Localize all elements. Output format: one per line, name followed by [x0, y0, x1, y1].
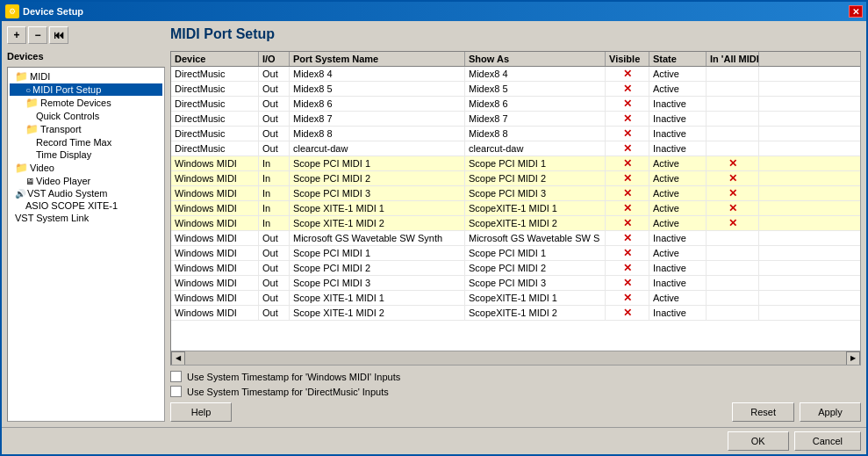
add-button[interactable]: +	[7, 26, 26, 44]
table-row[interactable]: Windows MIDIOutScope PCI MIDI 3Scope PCI…	[171, 276, 860, 291]
table-cell: Inactive	[649, 112, 707, 126]
x-icon[interactable]: ✕	[623, 157, 632, 170]
apply-button[interactable]: Apply	[800, 402, 861, 422]
sidebar-item-asio-scope[interactable]: ASIO SCOPE XITE-1	[10, 199, 162, 212]
sidebar-item-video-player[interactable]: 🖥 Video Player	[10, 175, 162, 187]
table-row[interactable]: DirectMusicOutMidex8 5Midex8 5✕Active	[171, 82, 860, 97]
table-cell: Midex8 8	[290, 127, 465, 141]
help-button[interactable]: Help	[170, 402, 232, 422]
sidebar-item-remote-devices[interactable]: 📁 Remote Devices	[10, 96, 162, 110]
table-cell: ✕	[707, 171, 759, 185]
reset-button[interactable]: Reset	[732, 402, 794, 422]
table-cell: ✕	[606, 261, 649, 275]
checkbox-windows-midi[interactable]	[170, 371, 182, 382]
x-icon[interactable]: ✕	[623, 142, 632, 155]
x-icon[interactable]: ✕	[728, 217, 737, 229]
x-icon[interactable]: ✕	[623, 83, 632, 95]
remove-button[interactable]: −	[28, 26, 47, 44]
table-cell: Out	[259, 112, 290, 126]
x-icon[interactable]: ✕	[623, 262, 632, 274]
sidebar-item-vst-system-link[interactable]: VST System Link	[10, 212, 162, 224]
table-cell: In	[259, 201, 290, 215]
horizontal-scrollbar[interactable]: ◀ ▶	[171, 351, 860, 365]
x-icon[interactable]: ✕	[623, 292, 632, 304]
x-icon[interactable]: ✕	[623, 172, 632, 185]
close-button[interactable]: ✕	[849, 5, 863, 18]
scroll-left-arrow[interactable]: ◀	[171, 351, 185, 366]
table-row[interactable]: DirectMusicOutMidex8 6Midex8 6✕Inactive	[171, 97, 860, 112]
table-cell: Scope PCI MIDI 2	[290, 171, 465, 185]
sidebar-item-midi-port-setup[interactable]: ○ MIDI Port Setup	[10, 83, 162, 96]
sidebar-item-quick-controls[interactable]: Quick Controls	[10, 110, 162, 122]
sidebar-item-midi[interactable]: 📁 MIDI	[10, 69, 162, 83]
x-icon[interactable]: ✕	[623, 98, 632, 110]
table-cell: Midex8 5	[465, 82, 606, 96]
table-row[interactable]: Windows MIDIInScope XITE-1 MIDI 2ScopeXI…	[171, 216, 860, 231]
table-row[interactable]: DirectMusicOutMidex8 8Midex8 8✕Inactive	[171, 127, 860, 141]
x-icon[interactable]: ✕	[623, 68, 632, 80]
table-cell: Scope XITE-1 MIDI 1	[290, 291, 465, 305]
table-row[interactable]: Windows MIDIOutScope PCI MIDI 2Scope PCI…	[171, 261, 860, 276]
x-icon[interactable]: ✕	[623, 232, 632, 244]
x-icon[interactable]: ✕	[623, 217, 632, 229]
table-row[interactable]: Windows MIDIOutScope XITE-1 MIDI 1ScopeX…	[171, 291, 860, 306]
table-cell	[707, 112, 759, 126]
table-row[interactable]: DirectMusicOutMidex8 4Midex8 4✕Active	[171, 67, 860, 82]
table-row[interactable]: Windows MIDIInScope PCI MIDI 2Scope PCI …	[171, 171, 860, 186]
table-cell	[707, 82, 759, 96]
scroll-right-arrow[interactable]: ▶	[846, 351, 860, 366]
sidebar-item-record-time-max[interactable]: Record Time Max	[10, 136, 162, 148]
x-icon[interactable]: ✕	[728, 157, 737, 170]
table-cell: ScopeXITE-1 MIDI 1	[465, 291, 606, 305]
x-icon[interactable]: ✕	[623, 307, 632, 319]
table-cell: Windows MIDI	[171, 231, 259, 245]
x-icon[interactable]: ✕	[623, 202, 632, 214]
checkbox-direct-music-label: Use System Timestamp for 'DirectMusic' I…	[187, 387, 389, 397]
x-icon[interactable]: ✕	[623, 127, 632, 140]
sidebar-item-transport[interactable]: 📁 Transport	[10, 122, 162, 136]
table-cell: In	[259, 171, 290, 185]
table-row[interactable]: DirectMusicOutclearcut-dawclearcut-daw✕I…	[171, 141, 860, 156]
cancel-button[interactable]: Cancel	[794, 431, 861, 451]
sidebar-item-time-display[interactable]: Time Display	[10, 148, 162, 161]
table-cell: Scope XITE-1 MIDI 2	[290, 306, 465, 320]
table-cell: Out	[259, 306, 290, 320]
x-icon[interactable]: ✕	[623, 247, 632, 259]
table-cell: Windows MIDI	[171, 156, 259, 170]
sidebar-item-video[interactable]: 📁 Video	[10, 161, 162, 175]
table-cell: Active	[649, 67, 707, 81]
table-cell: Windows MIDI	[171, 201, 259, 215]
table-row[interactable]: Windows MIDIInScope XITE-1 MIDI 1ScopeXI…	[171, 201, 860, 216]
table-cell: Windows MIDI	[171, 186, 259, 200]
checkbox-row-2: Use System Timestamp for 'DirectMusic' I…	[170, 386, 861, 397]
table-row[interactable]: Windows MIDIOutScope PCI MIDI 1Scope PCI…	[171, 246, 860, 261]
table-cell: ✕	[606, 306, 649, 320]
checkbox-direct-music[interactable]	[170, 386, 182, 397]
x-icon[interactable]: ✕	[623, 187, 632, 199]
back-button[interactable]: ⏮	[49, 26, 68, 44]
table-row[interactable]: Windows MIDIOutScope XITE-1 MIDI 2ScopeX…	[171, 306, 860, 321]
x-icon[interactable]: ✕	[728, 172, 737, 185]
table-cell: ✕	[707, 216, 759, 230]
table-row[interactable]: Windows MIDIOutMicrosoft GS Wavetable SW…	[171, 231, 860, 246]
x-icon[interactable]: ✕	[623, 277, 632, 289]
table-row[interactable]: Windows MIDIInScope PCI MIDI 3Scope PCI …	[171, 186, 860, 201]
table-row[interactable]: DirectMusicOutMidex8 7Midex8 7✕Inactive	[171, 112, 860, 127]
x-icon[interactable]: ✕	[728, 202, 737, 214]
table-cell: Active	[649, 246, 707, 260]
sidebar-tree[interactable]: 📁 MIDI ○ MIDI Port Setup 📁 Remote Device…	[7, 67, 165, 422]
table-cell: Active	[649, 291, 707, 305]
ok-button[interactable]: OK	[728, 431, 789, 451]
table-cell: DirectMusic	[171, 82, 259, 96]
sidebar-item-vst-audio-system[interactable]: 🔊 VST Audio System	[10, 187, 162, 199]
table-cell	[707, 127, 759, 141]
content-area: + − ⏮ Devices 📁 MIDI ○ MIDI Port Setup	[2, 21, 866, 427]
x-icon[interactable]: ✕	[623, 112, 632, 125]
table-row[interactable]: Windows MIDIInScope PCI MIDI 1Scope PCI …	[171, 156, 860, 171]
scroll-track[interactable]	[185, 351, 846, 365]
x-icon[interactable]: ✕	[728, 187, 737, 199]
table-cell: Windows MIDI	[171, 171, 259, 185]
table-cell: Windows MIDI	[171, 291, 259, 305]
table-cell: ✕	[606, 231, 649, 245]
table-cell: Midex8 4	[465, 67, 606, 81]
